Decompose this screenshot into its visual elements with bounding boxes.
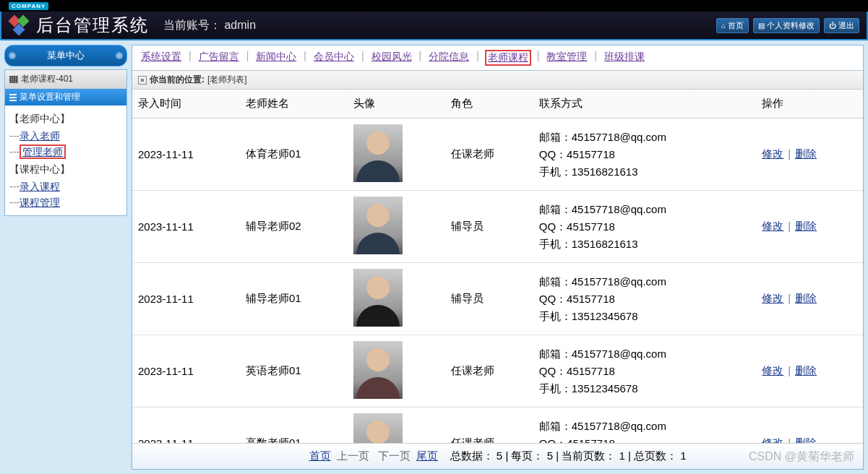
top-nav-link[interactable]: 教室管理 [545, 50, 588, 66]
pager-per: 5 [547, 449, 553, 462]
menu-group-title: 【老师中心】 [9, 110, 122, 129]
pager-first[interactable]: 首页 [309, 449, 331, 462]
content: 系统设置|广告留言|新闻中心|会员中心|校园风光|分院信息|老师课程|教室管理|… [132, 45, 864, 470]
pager-prev[interactable]: 上一页 [337, 449, 369, 462]
profile-button[interactable]: ▤ 个人资料修改 [753, 18, 820, 33]
account-label: 当前账号： [163, 19, 221, 31]
pager-per-label: 每页： [511, 449, 543, 462]
contact-line: QQ：45157718 [539, 218, 751, 236]
top-nav-link[interactable]: 会员中心 [312, 50, 356, 66]
cell-date: 2023-11-11 [132, 191, 240, 263]
cell-ops: 修改|删除 [756, 263, 863, 335]
cell-date: 2023-11-11 [132, 263, 240, 335]
table-row: 2023-11-11辅导老师02辅导员邮箱：45157718@qq.comQQ：… [132, 191, 863, 263]
top-nav-link[interactable]: 系统设置 [139, 50, 183, 66]
table-header-cell: 老师姓名 [240, 90, 348, 118]
table-scroll[interactable]: 录入时间老师姓名头像角色联系方式操作 2023-11-11体育老师01任课老师邮… [132, 90, 863, 443]
contact-line: 邮箱：45157718@qq.com [539, 345, 751, 363]
avatar [353, 197, 403, 254]
home-button[interactable]: ⌂ 首页 [716, 18, 749, 33]
teacher-table: 录入时间老师姓名头像角色联系方式操作 2023-11-11体育老师01任课老师邮… [132, 90, 863, 443]
menu-link[interactable]: 录入课程 [20, 181, 60, 192]
op-sep: | [788, 292, 791, 304]
top-nav-link[interactable]: 校园风光 [370, 50, 413, 66]
account-name: admin [224, 19, 256, 31]
pager-curpage: 1 [619, 449, 624, 462]
location-label: 你当前的位置: [150, 74, 205, 86]
profile-button-label: 个人资料修改 [767, 20, 815, 31]
delete-link[interactable]: 删除 [795, 364, 817, 376]
top-nav-link[interactable]: 老师课程 [485, 50, 531, 66]
cell-role: 任课老师 [445, 408, 533, 444]
pager-total: 5 [497, 449, 502, 462]
contact-line: 手机：13516821613 [539, 236, 751, 253]
top-nav-link[interactable]: 新闻中心 [254, 50, 298, 66]
table-row: 2023-11-11体育老师01任课老师邮箱：45157718@qq.comQQ… [132, 118, 863, 191]
menu-link[interactable]: 管理老师 [20, 145, 66, 159]
cell-avatar [348, 335, 445, 408]
logo-icon [9, 15, 29, 35]
op-sep: | [788, 436, 791, 443]
table-header-row: 录入时间老师姓名头像角色联系方式操作 [132, 90, 863, 118]
sidebar: 菜单中心 老师课程-401 菜单设置和管理 【老师中心】---录入老师---管理… [4, 45, 127, 470]
cell-ops: 修改|删除 [756, 408, 863, 444]
contact-line: 手机：13512345678 [539, 308, 751, 325]
menu-link[interactable]: 录入老师 [20, 130, 60, 142]
menu-group-title: 【课程中心】 [9, 160, 122, 179]
avatar [353, 124, 403, 182]
cell-contact: 邮箱：45157718@qq.comQQ：45157718手机：13516821… [533, 118, 757, 191]
logout-icon: ⏻ [829, 22, 836, 30]
delete-link[interactable]: 删除 [795, 436, 817, 443]
menu-link[interactable]: 课程管理 [20, 197, 60, 208]
grid-icon [9, 76, 18, 83]
delete-link[interactable]: 删除 [795, 147, 817, 160]
pager: 首页 上一页 下一页 尾页 总数据： 5 | 每页： 5 | 当前页数： 1 |… [132, 443, 863, 469]
sep: | [628, 449, 634, 462]
menu-item: ---录入课程 [9, 179, 122, 195]
contact-line: 邮箱：45157718@qq.com [539, 201, 751, 218]
table-header-cell: 联系方式 [533, 90, 757, 118]
cell-avatar [348, 263, 445, 335]
site-title: 后台管理系统 [36, 14, 149, 37]
delete-link[interactable]: 删除 [795, 292, 817, 304]
pager-next[interactable]: 下一页 [378, 449, 411, 462]
edit-link[interactable]: 修改 [762, 436, 783, 443]
edit-link[interactable]: 修改 [762, 292, 783, 304]
cell-date: 2023-11-11 [132, 118, 240, 191]
location-value: [老师列表] [207, 74, 247, 86]
avatar [353, 413, 403, 443]
nav-sep: | [189, 50, 192, 66]
account-info: 当前账号： admin [163, 18, 256, 33]
sidebar-panel: 老师课程-401 菜单设置和管理 【老师中心】---录入老师---管理老师【课程… [4, 69, 127, 216]
cell-name: 体育老师01 [240, 118, 348, 191]
cell-avatar [348, 408, 445, 444]
cell-role: 辅导员 [445, 191, 533, 263]
sidebar-breadcrumb-text: 老师课程-401 [21, 73, 73, 85]
op-sep: | [788, 364, 791, 376]
pager-total-label: 总数据： [450, 449, 494, 462]
pager-totalpage-label: 总页数： [634, 449, 677, 462]
contact-line: 邮箱：45157718@qq.com [539, 129, 751, 146]
list-icon [9, 94, 17, 101]
edit-link[interactable]: 修改 [762, 147, 783, 160]
sep: | [556, 449, 562, 462]
contact-line: 邮箱：45157718@qq.com [539, 418, 751, 435]
edit-link[interactable]: 修改 [762, 220, 783, 232]
header: 后台管理系统 当前账号： admin ⌂ 首页 ▤ 个人资料修改 ⏻ 退出 [0, 12, 868, 40]
top-nav-link[interactable]: 班级排课 [603, 50, 646, 66]
top-nav-link[interactable]: 广告留言 [197, 50, 241, 66]
logout-button[interactable]: ⏻ 退出 [824, 18, 859, 33]
pager-last[interactable]: 尾页 [416, 449, 438, 462]
table-header-cell: 录入时间 [132, 90, 240, 118]
edit-link[interactable]: 修改 [762, 364, 783, 376]
company-badge: COMPANY [9, 2, 48, 10]
top-nav-link[interactable]: 分院信息 [427, 50, 470, 66]
cell-name: 高数老师01 [240, 408, 348, 444]
home-icon: ⌂ [721, 22, 726, 30]
contact-line: QQ：45157718 [539, 435, 751, 444]
delete-link[interactable]: 删除 [795, 220, 817, 232]
contact-line: 手机：13516821613 [539, 163, 751, 181]
nav-sep: | [304, 50, 306, 66]
menu-item: ---录入老师 [9, 129, 122, 145]
pager-totalpage: 1 [680, 449, 686, 462]
